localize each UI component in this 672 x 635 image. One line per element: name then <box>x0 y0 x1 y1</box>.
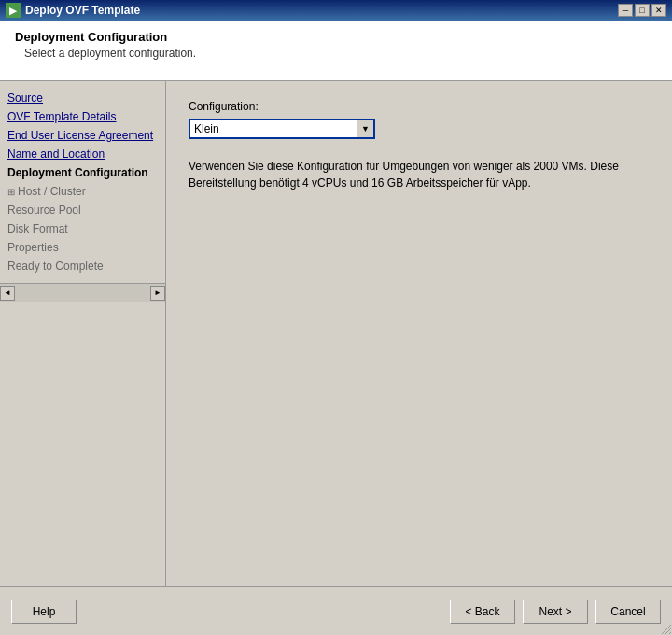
maximize-button[interactable]: □ <box>635 4 650 17</box>
header: Deployment Configuration Select a deploy… <box>0 21 672 81</box>
plus-icon: ⊞ <box>7 187 15 197</box>
sidebar-scrollbar[interactable]: ◄ ► <box>0 283 165 302</box>
sidebar-item-ready-to-complete: Ready to Complete <box>0 257 165 275</box>
header-subtitle: Select a deployment configuration. <box>15 47 657 60</box>
back-button[interactable]: < Back <box>450 600 515 624</box>
help-button[interactable]: Help <box>11 600 77 624</box>
bottom-left: Help <box>11 600 77 624</box>
window-title: Deploy OVF Template <box>25 4 140 17</box>
sidebar-item-properties: Properties <box>0 238 165 257</box>
main-panel: Configuration: KleinMittelGroß ▼ Verwend… <box>166 81 672 586</box>
resize-grip-icon <box>662 625 671 634</box>
cancel-button[interactable]: Cancel <box>595 600 661 624</box>
app-icon: ▶ <box>6 3 21 18</box>
sidebar-item-deployment-configuration: Deployment Configuration <box>0 163 165 182</box>
sidebar-item-ovf-template-details[interactable]: OVF Template Details <box>0 107 165 126</box>
next-button[interactable]: Next > <box>523 600 588 624</box>
sidebar-item-eula[interactable]: End User License Agreement <box>0 126 165 145</box>
scroll-left-button[interactable]: ◄ <box>0 286 15 301</box>
scroll-track <box>17 286 148 301</box>
scroll-right-button[interactable]: ► <box>150 286 165 301</box>
config-select-wrapper[interactable]: KleinMittelGroß ▼ <box>189 119 375 139</box>
svg-line-2 <box>669 632 671 634</box>
resize-grip[interactable] <box>659 622 672 635</box>
sidebar-item-host-cluster[interactable]: ⊞Host / Cluster <box>0 182 165 201</box>
sidebar: SourceOVF Template DetailsEnd User Licen… <box>0 81 166 283</box>
title-bar-left: ▶ Deploy OVF Template <box>6 3 140 18</box>
sidebar-item-name-and-location[interactable]: Name and Location <box>0 145 165 163</box>
close-button[interactable]: ✕ <box>651 4 666 17</box>
sidebar-item-label: Host / Cluster <box>18 185 86 198</box>
sidebar-item-disk-format: Disk Format <box>0 219 165 238</box>
sidebar-container: SourceOVF Template DetailsEnd User Licen… <box>0 81 166 586</box>
sidebar-item-source[interactable]: Source <box>0 89 165 107</box>
config-description: Verwenden Sie diese Konfiguration für Um… <box>189 158 637 191</box>
sidebar-item-resource-pool: Resource Pool <box>0 201 165 219</box>
config-select[interactable]: KleinMittelGroß <box>189 119 375 139</box>
dialog: Deployment Configuration Select a deploy… <box>0 21 672 635</box>
title-bar: ▶ Deploy OVF Template ─ □ ✕ <box>0 0 672 21</box>
config-label: Configuration: <box>189 100 650 113</box>
bottom-right: < Back Next > Cancel <box>450 600 661 624</box>
minimize-button[interactable]: ─ <box>618 4 633 17</box>
header-title: Deployment Configuration <box>15 30 657 44</box>
content-area: SourceOVF Template DetailsEnd User Licen… <box>0 81 672 586</box>
title-controls[interactable]: ─ □ ✕ <box>618 4 666 17</box>
bottom-bar: Help < Back Next > Cancel <box>0 586 672 635</box>
